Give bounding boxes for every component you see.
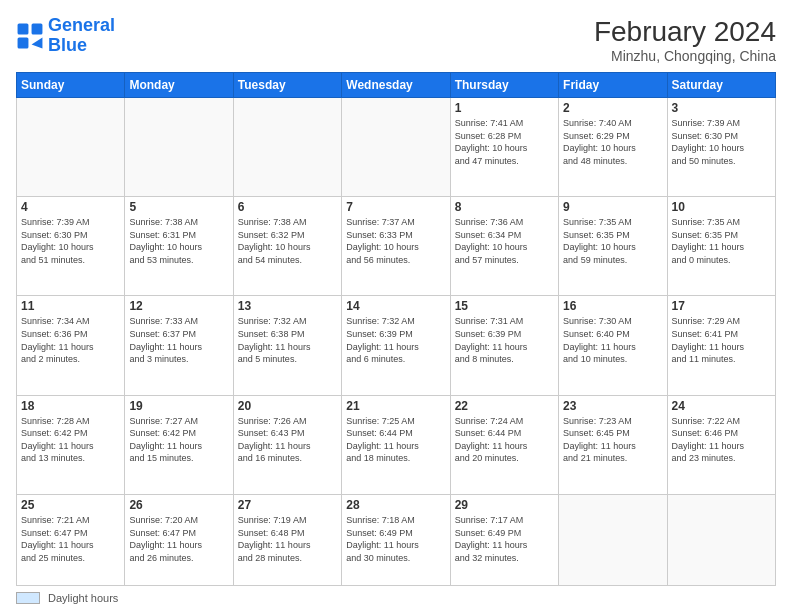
table-row: 9Sunrise: 7:35 AM Sunset: 6:35 PM Daylig… <box>559 197 667 296</box>
day-number: 9 <box>563 200 662 214</box>
day-number: 5 <box>129 200 228 214</box>
day-number: 24 <box>672 399 771 413</box>
table-row: 24Sunrise: 7:22 AM Sunset: 6:46 PM Dayli… <box>667 395 775 494</box>
logo-icon <box>16 22 44 50</box>
day-number: 3 <box>672 101 771 115</box>
day-number: 25 <box>21 498 120 512</box>
day-number: 6 <box>238 200 337 214</box>
day-number: 21 <box>346 399 445 413</box>
day-info: Sunrise: 7:33 AM Sunset: 6:37 PM Dayligh… <box>129 315 228 365</box>
header: GeneralBlue February 2024 Minzhu, Chongq… <box>16 16 776 64</box>
col-wednesday: Wednesday <box>342 73 450 98</box>
day-info: Sunrise: 7:23 AM Sunset: 6:45 PM Dayligh… <box>563 415 662 465</box>
day-number: 12 <box>129 299 228 313</box>
day-info: Sunrise: 7:29 AM Sunset: 6:41 PM Dayligh… <box>672 315 771 365</box>
col-saturday: Saturday <box>667 73 775 98</box>
table-row: 11Sunrise: 7:34 AM Sunset: 6:36 PM Dayli… <box>17 296 125 395</box>
daylight-swatch <box>16 592 40 604</box>
day-info: Sunrise: 7:34 AM Sunset: 6:36 PM Dayligh… <box>21 315 120 365</box>
day-number: 15 <box>455 299 554 313</box>
logo-text: GeneralBlue <box>48 16 115 56</box>
table-row: 28Sunrise: 7:18 AM Sunset: 6:49 PM Dayli… <box>342 494 450 585</box>
day-number: 19 <box>129 399 228 413</box>
day-number: 22 <box>455 399 554 413</box>
table-row: 27Sunrise: 7:19 AM Sunset: 6:48 PM Dayli… <box>233 494 341 585</box>
table-row <box>667 494 775 585</box>
day-number: 13 <box>238 299 337 313</box>
day-info: Sunrise: 7:24 AM Sunset: 6:44 PM Dayligh… <box>455 415 554 465</box>
day-number: 29 <box>455 498 554 512</box>
col-friday: Friday <box>559 73 667 98</box>
day-number: 23 <box>563 399 662 413</box>
calendar-title: February 2024 <box>594 16 776 48</box>
day-number: 10 <box>672 200 771 214</box>
table-row <box>342 98 450 197</box>
day-number: 7 <box>346 200 445 214</box>
table-row: 22Sunrise: 7:24 AM Sunset: 6:44 PM Dayli… <box>450 395 558 494</box>
day-info: Sunrise: 7:17 AM Sunset: 6:49 PM Dayligh… <box>455 514 554 564</box>
day-number: 4 <box>21 200 120 214</box>
page: GeneralBlue February 2024 Minzhu, Chongq… <box>0 0 792 612</box>
day-number: 2 <box>563 101 662 115</box>
col-monday: Monday <box>125 73 233 98</box>
svg-rect-1 <box>32 23 43 34</box>
col-tuesday: Tuesday <box>233 73 341 98</box>
table-row: 5Sunrise: 7:38 AM Sunset: 6:31 PM Daylig… <box>125 197 233 296</box>
table-row: 10Sunrise: 7:35 AM Sunset: 6:35 PM Dayli… <box>667 197 775 296</box>
calendar-table: Sunday Monday Tuesday Wednesday Thursday… <box>16 72 776 586</box>
svg-marker-3 <box>32 37 43 48</box>
day-info: Sunrise: 7:40 AM Sunset: 6:29 PM Dayligh… <box>563 117 662 167</box>
table-row: 25Sunrise: 7:21 AM Sunset: 6:47 PM Dayli… <box>17 494 125 585</box>
table-row: 26Sunrise: 7:20 AM Sunset: 6:47 PM Dayli… <box>125 494 233 585</box>
table-row: 14Sunrise: 7:32 AM Sunset: 6:39 PM Dayli… <box>342 296 450 395</box>
logo: GeneralBlue <box>16 16 115 56</box>
table-row: 4Sunrise: 7:39 AM Sunset: 6:30 PM Daylig… <box>17 197 125 296</box>
table-row: 1Sunrise: 7:41 AM Sunset: 6:28 PM Daylig… <box>450 98 558 197</box>
day-info: Sunrise: 7:39 AM Sunset: 6:30 PM Dayligh… <box>672 117 771 167</box>
table-row: 18Sunrise: 7:28 AM Sunset: 6:42 PM Dayli… <box>17 395 125 494</box>
footer-label: Daylight hours <box>48 592 118 604</box>
table-row: 19Sunrise: 7:27 AM Sunset: 6:42 PM Dayli… <box>125 395 233 494</box>
day-info: Sunrise: 7:26 AM Sunset: 6:43 PM Dayligh… <box>238 415 337 465</box>
table-row: 29Sunrise: 7:17 AM Sunset: 6:49 PM Dayli… <box>450 494 558 585</box>
day-info: Sunrise: 7:32 AM Sunset: 6:39 PM Dayligh… <box>346 315 445 365</box>
day-number: 16 <box>563 299 662 313</box>
calendar-subtitle: Minzhu, Chongqing, China <box>594 48 776 64</box>
table-row: 20Sunrise: 7:26 AM Sunset: 6:43 PM Dayli… <box>233 395 341 494</box>
day-number: 18 <box>21 399 120 413</box>
table-row: 3Sunrise: 7:39 AM Sunset: 6:30 PM Daylig… <box>667 98 775 197</box>
day-info: Sunrise: 7:25 AM Sunset: 6:44 PM Dayligh… <box>346 415 445 465</box>
col-sunday: Sunday <box>17 73 125 98</box>
footer: Daylight hours <box>16 592 776 604</box>
col-thursday: Thursday <box>450 73 558 98</box>
day-info: Sunrise: 7:39 AM Sunset: 6:30 PM Dayligh… <box>21 216 120 266</box>
table-row: 8Sunrise: 7:36 AM Sunset: 6:34 PM Daylig… <box>450 197 558 296</box>
day-number: 17 <box>672 299 771 313</box>
day-info: Sunrise: 7:35 AM Sunset: 6:35 PM Dayligh… <box>563 216 662 266</box>
calendar-header-row: Sunday Monday Tuesday Wednesday Thursday… <box>17 73 776 98</box>
table-row: 2Sunrise: 7:40 AM Sunset: 6:29 PM Daylig… <box>559 98 667 197</box>
table-row <box>17 98 125 197</box>
day-number: 26 <box>129 498 228 512</box>
day-info: Sunrise: 7:28 AM Sunset: 6:42 PM Dayligh… <box>21 415 120 465</box>
day-info: Sunrise: 7:37 AM Sunset: 6:33 PM Dayligh… <box>346 216 445 266</box>
day-info: Sunrise: 7:31 AM Sunset: 6:39 PM Dayligh… <box>455 315 554 365</box>
day-number: 27 <box>238 498 337 512</box>
day-info: Sunrise: 7:38 AM Sunset: 6:32 PM Dayligh… <box>238 216 337 266</box>
table-row: 12Sunrise: 7:33 AM Sunset: 6:37 PM Dayli… <box>125 296 233 395</box>
day-info: Sunrise: 7:20 AM Sunset: 6:47 PM Dayligh… <box>129 514 228 564</box>
day-number: 11 <box>21 299 120 313</box>
table-row: 7Sunrise: 7:37 AM Sunset: 6:33 PM Daylig… <box>342 197 450 296</box>
day-info: Sunrise: 7:22 AM Sunset: 6:46 PM Dayligh… <box>672 415 771 465</box>
day-number: 20 <box>238 399 337 413</box>
table-row <box>559 494 667 585</box>
table-row: 16Sunrise: 7:30 AM Sunset: 6:40 PM Dayli… <box>559 296 667 395</box>
svg-rect-2 <box>18 37 29 48</box>
day-number: 1 <box>455 101 554 115</box>
day-info: Sunrise: 7:35 AM Sunset: 6:35 PM Dayligh… <box>672 216 771 266</box>
table-row: 6Sunrise: 7:38 AM Sunset: 6:32 PM Daylig… <box>233 197 341 296</box>
day-info: Sunrise: 7:27 AM Sunset: 6:42 PM Dayligh… <box>129 415 228 465</box>
table-row: 23Sunrise: 7:23 AM Sunset: 6:45 PM Dayli… <box>559 395 667 494</box>
day-info: Sunrise: 7:36 AM Sunset: 6:34 PM Dayligh… <box>455 216 554 266</box>
table-row <box>125 98 233 197</box>
